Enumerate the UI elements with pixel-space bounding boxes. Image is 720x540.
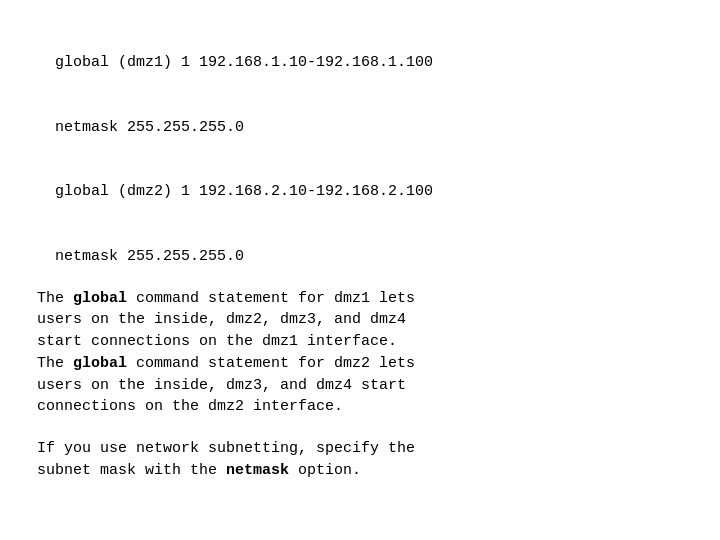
para1-bold2: global (73, 355, 127, 372)
code-block-2: global (dmz2) 1 192.168.2.10-192.168.2.1… (37, 159, 683, 268)
code-line-2-1: global (dmz2) 1 192.168.2.10-192.168.2.1… (55, 183, 433, 200)
para2-bold: netmask (226, 462, 289, 479)
para1-prefix1: The (37, 290, 73, 307)
paragraph-1: The global command statement for dmz1 le… (37, 288, 683, 419)
code-line-1-1: global (dmz1) 1 192.168.1.10-192.168.1.1… (55, 54, 433, 71)
code-line-2-2: netmask 255.255.255.0 (55, 248, 244, 265)
para2-suffix: option. (289, 462, 361, 479)
code-block-1: global (dmz1) 1 192.168.1.10-192.168.1.1… (37, 30, 683, 139)
para1-bold1: global (73, 290, 127, 307)
code-line-1-2: netmask 255.255.255.0 (55, 119, 244, 136)
paragraph-2: If you use network subnetting, specify t… (37, 438, 683, 482)
